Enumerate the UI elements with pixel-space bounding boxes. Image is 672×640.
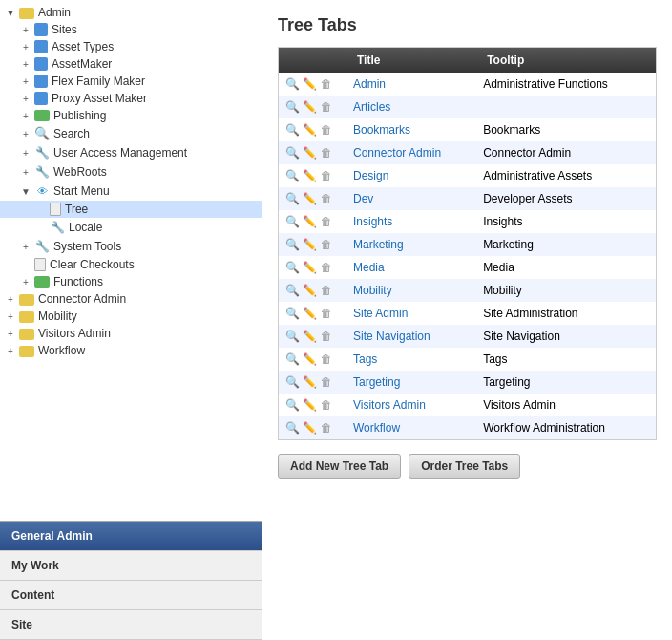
delete-icon[interactable]: 🗑 <box>319 260 334 275</box>
search-icon[interactable]: 🔍 <box>284 214 300 229</box>
expander-workflow[interactable]: + <box>4 346 17 356</box>
expander-publishing[interactable]: + <box>19 111 32 121</box>
tree-item-tree[interactable]: Tree <box>0 201 262 218</box>
tree-item-system-tools[interactable]: +🔧System Tools <box>0 237 262 256</box>
tree-item-proxy-asset[interactable]: +Proxy Asset Maker <box>0 90 262 107</box>
expander-admin[interactable]: ▼ <box>4 8 17 18</box>
delete-icon[interactable]: 🗑 <box>319 352 334 367</box>
tree-item-visitors-admin[interactable]: +Visitors Admin <box>0 325 262 342</box>
expander-flex-family[interactable]: + <box>19 76 32 87</box>
edit-icon[interactable]: ✏️ <box>302 214 317 229</box>
delete-icon[interactable]: 🗑 <box>319 122 334 138</box>
row-title-link[interactable]: Dev <box>353 192 373 205</box>
tree-item-start-menu[interactable]: ▼👁Start Menu <box>0 181 262 201</box>
row-title-link[interactable]: Mobility <box>353 284 392 297</box>
nav-tab-site[interactable]: Site <box>0 610 262 640</box>
delete-icon[interactable]: 🗑 <box>319 420 334 436</box>
expander-connector-admin[interactable]: + <box>4 294 17 305</box>
tree-item-mobility[interactable]: +Mobility <box>0 308 262 325</box>
delete-icon[interactable]: 🗑 <box>319 329 334 344</box>
tree-item-flex-family[interactable]: +Flex Family Maker <box>0 73 262 90</box>
tree-item-assetmaker[interactable]: +AssetMaker <box>0 55 262 73</box>
row-title-link[interactable]: Site Admin <box>353 307 408 320</box>
nav-tab-content[interactable]: Content <box>0 581 262 610</box>
row-title-link[interactable]: Bookmarks <box>353 123 410 137</box>
delete-icon[interactable]: 🗑 <box>319 99 334 115</box>
delete-icon[interactable]: 🗑 <box>319 191 334 206</box>
row-title-link[interactable]: Site Navigation <box>353 330 430 343</box>
order-tree-tabs-button[interactable]: Order Tree Tabs <box>409 454 520 479</box>
expander-proxy-asset[interactable]: + <box>19 94 32 104</box>
row-title-link[interactable]: Media <box>353 261 385 274</box>
tree-item-clear-checkouts[interactable]: Clear Checkouts <box>0 256 262 273</box>
tree-item-functions[interactable]: +Functions <box>0 273 262 290</box>
delete-icon[interactable]: 🗑 <box>319 374 334 390</box>
edit-icon[interactable]: ✏️ <box>302 191 317 206</box>
expander-system-tools[interactable]: + <box>19 242 32 252</box>
row-title-link[interactable]: Insights <box>353 215 392 228</box>
search-icon[interactable]: 🔍 <box>284 260 300 275</box>
expander-asset-types[interactable]: + <box>19 42 32 53</box>
tree-item-locale[interactable]: 🔧Locale <box>0 218 262 237</box>
edit-icon[interactable]: ✏️ <box>302 237 317 252</box>
edit-icon[interactable]: ✏️ <box>302 329 317 344</box>
delete-icon[interactable]: 🗑 <box>319 237 334 252</box>
delete-icon[interactable]: 🗑 <box>319 168 334 183</box>
row-title-link[interactable]: Visitors Admin <box>353 398 426 412</box>
search-icon[interactable]: 🔍 <box>284 352 300 367</box>
row-title-link[interactable]: Marketing <box>353 238 404 251</box>
expander-assetmaker[interactable]: + <box>19 59 32 70</box>
expander-search[interactable]: + <box>19 129 32 139</box>
search-icon[interactable]: 🔍 <box>284 122 300 138</box>
nav-tab-my-work[interactable]: My Work <box>0 551 262 581</box>
edit-icon[interactable]: ✏️ <box>302 145 317 160</box>
delete-icon[interactable]: 🗑 <box>319 397 334 413</box>
edit-icon[interactable]: ✏️ <box>302 397 317 413</box>
expander-webroots[interactable]: + <box>19 167 32 178</box>
delete-icon[interactable]: 🗑 <box>319 76 334 92</box>
edit-icon[interactable]: ✏️ <box>302 306 317 321</box>
search-icon[interactable]: 🔍 <box>284 420 300 436</box>
edit-icon[interactable]: ✏️ <box>302 420 317 436</box>
search-icon[interactable]: 🔍 <box>284 168 300 183</box>
row-title-link[interactable]: Connector Admin <box>353 146 441 160</box>
tree-item-publishing[interactable]: +Publishing <box>0 107 262 124</box>
edit-icon[interactable]: ✏️ <box>302 260 317 275</box>
row-title-link[interactable]: Tags <box>353 352 377 366</box>
edit-icon[interactable]: ✏️ <box>302 122 317 138</box>
delete-icon[interactable]: 🗑 <box>319 145 334 160</box>
tree-item-webroots[interactable]: +🔧WebRoots <box>0 162 262 181</box>
edit-icon[interactable]: ✏️ <box>302 352 317 367</box>
delete-icon[interactable]: 🗑 <box>319 283 334 298</box>
edit-icon[interactable]: ✏️ <box>302 168 317 183</box>
tree-item-connector-admin[interactable]: +Connector Admin <box>0 290 262 308</box>
row-title-link[interactable]: Design <box>353 169 388 182</box>
expander-start-menu[interactable]: ▼ <box>19 186 32 197</box>
expander-functions[interactable]: + <box>19 277 32 288</box>
search-icon[interactable]: 🔍 <box>284 191 300 206</box>
tree-item-search[interactable]: +🔍Search <box>0 124 262 143</box>
expander-user-access[interactable]: + <box>19 148 32 159</box>
search-icon[interactable]: 🔍 <box>284 76 300 92</box>
edit-icon[interactable]: ✏️ <box>302 283 317 298</box>
tree-item-admin[interactable]: ▼Admin <box>0 4 262 21</box>
row-title-link[interactable]: Targeting <box>353 375 400 389</box>
tree-item-sites[interactable]: +Sites <box>0 21 262 38</box>
add-tree-tab-button[interactable]: Add New Tree Tab <box>278 454 401 479</box>
delete-icon[interactable]: 🗑 <box>319 306 334 321</box>
search-icon[interactable]: 🔍 <box>284 374 300 390</box>
row-title-link[interactable]: Workflow <box>353 421 400 435</box>
search-icon[interactable]: 🔍 <box>284 306 300 321</box>
expander-sites[interactable]: + <box>19 25 32 35</box>
edit-icon[interactable]: ✏️ <box>302 99 317 115</box>
search-icon[interactable]: 🔍 <box>284 237 300 252</box>
search-icon[interactable]: 🔍 <box>284 283 300 298</box>
nav-tab-general-admin[interactable]: General Admin <box>0 522 262 551</box>
tree-item-asset-types[interactable]: +Asset Types <box>0 38 262 55</box>
row-title-link[interactable]: Articles <box>353 100 390 114</box>
delete-icon[interactable]: 🗑 <box>319 214 334 229</box>
expander-visitors-admin[interactable]: + <box>4 329 17 339</box>
tree-item-workflow[interactable]: +Workflow <box>0 342 262 359</box>
search-icon[interactable]: 🔍 <box>284 99 300 115</box>
edit-icon[interactable]: ✏️ <box>302 374 317 390</box>
